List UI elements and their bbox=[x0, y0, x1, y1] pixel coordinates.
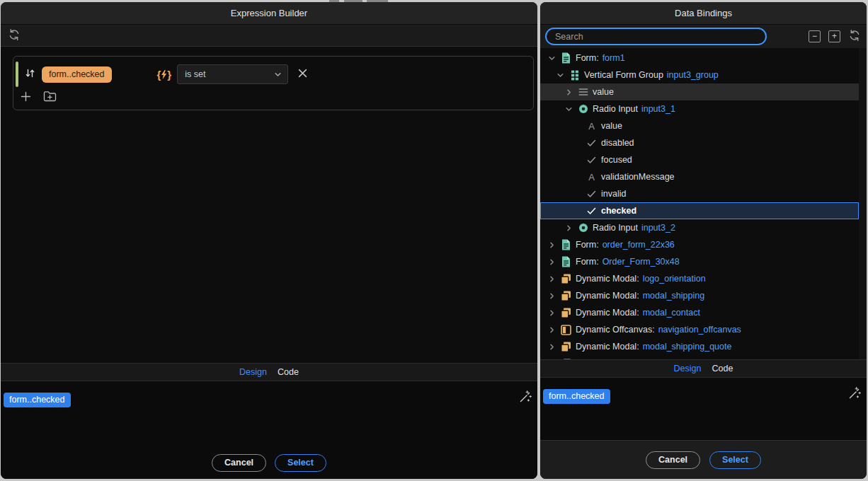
tree-row[interactable]: value bbox=[540, 83, 859, 100]
tab-code[interactable]: Code bbox=[278, 367, 299, 377]
folder-plus-icon bbox=[43, 91, 57, 104]
chevron-right-icon[interactable] bbox=[544, 326, 559, 334]
plus-icon bbox=[21, 91, 31, 104]
tree-row[interactable]: Form:Order_Form_30x48 bbox=[540, 253, 859, 270]
expand-all-button[interactable]: + bbox=[828, 30, 840, 42]
tab-code[interactable]: Code bbox=[712, 364, 733, 373]
chevron-down-icon[interactable] bbox=[553, 71, 567, 79]
chevron-right-icon[interactable] bbox=[544, 343, 559, 351]
modal-icon bbox=[559, 308, 573, 318]
node-name-link[interactable]: form1 bbox=[603, 53, 625, 63]
condition-color-bar bbox=[16, 62, 18, 87]
bindings-toolbar: − + bbox=[540, 25, 867, 48]
chevron-right-icon[interactable] bbox=[561, 224, 576, 232]
chevron-down-icon[interactable] bbox=[544, 54, 559, 62]
condition-row: form..checked { } is set bbox=[16, 62, 527, 87]
modal-icon bbox=[559, 342, 573, 352]
chevron-right-icon[interactable] bbox=[544, 241, 559, 249]
tree-row[interactable]: Vertical Form Groupinput3_group bbox=[540, 66, 859, 83]
tab-design[interactable]: Design bbox=[674, 364, 702, 373]
form-icon bbox=[559, 256, 573, 267]
tree-row[interactable]: Form:form1 bbox=[540, 50, 859, 66]
expression-toolbar bbox=[1, 25, 537, 47]
tree-row[interactable]: Dynamic Modal:modal_shipping bbox=[540, 287, 859, 304]
scrollbar-track[interactable] bbox=[859, 48, 867, 359]
tree-row[interactable]: focused bbox=[540, 151, 859, 168]
add-group-button[interactable] bbox=[43, 91, 57, 104]
magic-wand-icon[interactable] bbox=[846, 386, 861, 402]
expression-builder-dialog: Expression Builder bbox=[1, 2, 537, 479]
node-name-link[interactable]: navigation_offcanvas bbox=[658, 325, 741, 335]
expression-chip[interactable]: form..checked bbox=[4, 393, 71, 407]
binding-chip[interactable]: form..checked bbox=[543, 389, 610, 404]
chevron-right-icon[interactable] bbox=[544, 258, 559, 266]
expression-canvas: form..checked { } is set bbox=[1, 47, 537, 363]
data-bindings-dialog: Data Bindings − + Form:form1Vertical For… bbox=[540, 2, 867, 479]
boolean-property-icon bbox=[584, 156, 599, 164]
chevron-right-icon[interactable] bbox=[561, 88, 576, 96]
node-label: Form: bbox=[576, 257, 599, 267]
dynamic-value-button[interactable]: { } bbox=[157, 69, 172, 81]
node-name-link[interactable]: modal_shipping_quote bbox=[643, 342, 732, 352]
chevron-down-icon[interactable] bbox=[561, 105, 576, 113]
select-button[interactable]: Select bbox=[275, 454, 326, 472]
plus-square-icon: + bbox=[832, 31, 837, 41]
collapse-all-button[interactable]: − bbox=[809, 30, 821, 42]
cancel-button[interactable]: Cancel bbox=[212, 454, 266, 472]
node-name-link[interactable]: Order_Form_30x48 bbox=[603, 257, 680, 267]
refresh-icon bbox=[8, 28, 21, 43]
tree-row[interactable]: Form:order_form_22x36 bbox=[540, 236, 859, 253]
radio-input-icon bbox=[576, 104, 590, 114]
chevron-right-icon[interactable] bbox=[544, 275, 559, 283]
view-tabs: Design Code bbox=[1, 363, 537, 381]
tree-row[interactable]: AvalidationMessage bbox=[540, 168, 859, 185]
tree-row[interactable]: checked bbox=[540, 202, 859, 219]
tree-row[interactable]: invalid bbox=[540, 185, 859, 202]
modal-icon bbox=[559, 359, 573, 360]
magic-wand-icon[interactable] bbox=[517, 390, 532, 406]
node-label: Radio Input bbox=[593, 223, 638, 233]
view-tabs: Design Code bbox=[540, 359, 867, 378]
refresh-icon bbox=[848, 29, 861, 44]
refresh-button[interactable] bbox=[8, 28, 21, 43]
tree-row[interactable]: Dynamic Offcanvas:navigation_offcanvas bbox=[540, 321, 859, 338]
remove-condition-button[interactable] bbox=[298, 69, 307, 80]
tree-row[interactable]: Radio Inputinput3_1 bbox=[540, 100, 859, 117]
node-label: Dynamic Offcanvas: bbox=[576, 325, 655, 335]
tree-row[interactable]: Avalue bbox=[540, 117, 859, 134]
search-input[interactable] bbox=[545, 28, 767, 45]
node-name-link[interactable]: order_form_22x36 bbox=[603, 240, 675, 250]
dialog-title: Expression Builder bbox=[231, 8, 307, 18]
operator-select[interactable]: is set bbox=[177, 64, 288, 84]
text-property-icon: A bbox=[584, 121, 599, 132]
radio-input-icon bbox=[576, 223, 590, 233]
node-label: invalid bbox=[601, 189, 626, 199]
cancel-button[interactable]: Cancel bbox=[646, 451, 700, 469]
node-name-link[interactable]: input3_group bbox=[667, 70, 719, 80]
node-label: value bbox=[593, 87, 614, 97]
tree-row[interactable]: Dynamic Modal:modal_shipping_quote bbox=[540, 338, 859, 355]
node-name-link[interactable]: modal_contact bbox=[643, 308, 700, 318]
drag-handle[interactable] bbox=[25, 68, 35, 81]
tab-design[interactable]: Design bbox=[239, 367, 267, 377]
node-name-link[interactable]: modal_shipping bbox=[643, 291, 705, 301]
boolean-property-icon bbox=[584, 207, 599, 215]
refresh-button[interactable] bbox=[848, 29, 861, 44]
chevron-right-icon[interactable] bbox=[544, 309, 559, 317]
tree-row[interactable]: Dynamic Modal:logo_orientation bbox=[540, 270, 859, 287]
select-button[interactable]: Select bbox=[709, 451, 761, 469]
tree-row[interactable] bbox=[540, 355, 859, 359]
add-condition-button[interactable] bbox=[21, 91, 31, 104]
tree-row[interactable]: disabled bbox=[540, 134, 859, 151]
tree-row[interactable]: Radio Inputinput3_2 bbox=[540, 219, 859, 236]
node-label: Dynamic Modal: bbox=[576, 342, 639, 352]
dialog-titlebar: Data Bindings bbox=[540, 2, 867, 25]
form-group-icon bbox=[567, 70, 582, 81]
node-name-link[interactable]: logo_orientation bbox=[643, 274, 706, 284]
node-name-link[interactable]: input3_1 bbox=[641, 104, 675, 114]
node-name-link[interactable]: input3_2 bbox=[641, 223, 675, 233]
bound-field-tag[interactable]: form..checked bbox=[42, 66, 112, 83]
chevron-right-icon[interactable] bbox=[544, 292, 559, 300]
tree-row[interactable]: Dynamic Modal:modal_contact bbox=[540, 304, 859, 321]
boolean-property-icon bbox=[584, 190, 599, 198]
